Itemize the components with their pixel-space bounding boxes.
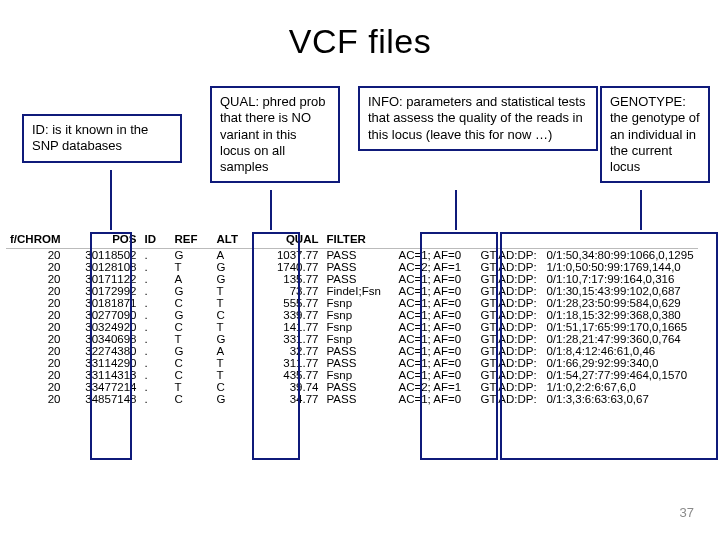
table-cell: GT:AD:DP: bbox=[476, 357, 542, 369]
th-alt: ALT bbox=[212, 232, 254, 249]
th-info bbox=[394, 232, 476, 249]
vcf-table: f/CHROM POS ID REF ALT QUAL FILTER 20301… bbox=[6, 232, 698, 405]
table-cell: AC=1; AF=0 bbox=[394, 321, 476, 333]
table-cell: 135.77 bbox=[254, 273, 322, 285]
th-pos: POS bbox=[66, 232, 140, 249]
table-cell: A bbox=[212, 345, 254, 357]
table-cell: 1/1:0,50:50:99:1769,144,0 bbox=[542, 261, 697, 273]
table-cell: G bbox=[170, 285, 212, 297]
table-cell: A bbox=[212, 249, 254, 262]
table-cell: 555.77 bbox=[254, 297, 322, 309]
table-cell: 1/1:0,2:2:6:67,6,0 bbox=[542, 381, 697, 393]
table-cell: 30118502 bbox=[66, 249, 140, 262]
table-cell: 30172992 bbox=[66, 285, 140, 297]
table-cell: T bbox=[212, 297, 254, 309]
table-cell: A bbox=[170, 273, 212, 285]
table-row: 2033114313.CT435.77FsnpAC=1; AF=0GT:AD:D… bbox=[6, 369, 698, 381]
table-cell: . bbox=[140, 333, 170, 345]
table-row: 2033114290.CT311.77PASSAC=1; AF=0GT:AD:D… bbox=[6, 357, 698, 369]
table-row: 2030340698.TG331.77FsnpAC=1; AF=0GT:AD:D… bbox=[6, 333, 698, 345]
table-cell: . bbox=[140, 273, 170, 285]
table-cell: . bbox=[140, 381, 170, 393]
table-cell: PASS bbox=[322, 381, 394, 393]
leader-line-info bbox=[455, 190, 457, 230]
table-cell: PASS bbox=[322, 261, 394, 273]
vcf-table-wrap: f/CHROM POS ID REF ALT QUAL FILTER 20301… bbox=[6, 232, 720, 405]
table-cell: C bbox=[212, 309, 254, 321]
table-row: 2030181871.CT555.77FsnpAC=1; AF=0GT:AD:D… bbox=[6, 297, 698, 309]
table-cell: AC=1; AF=0 bbox=[394, 345, 476, 357]
table-cell: 32274380 bbox=[66, 345, 140, 357]
table-cell: . bbox=[140, 261, 170, 273]
table-cell: . bbox=[140, 249, 170, 262]
table-cell: G bbox=[212, 261, 254, 273]
table-cell: 30181871 bbox=[66, 297, 140, 309]
table-cell: AC=1; AF=0 bbox=[394, 285, 476, 297]
table-cell: 0/1:8,4:12:46:61,0,46 bbox=[542, 345, 697, 357]
table-cell: . bbox=[140, 297, 170, 309]
table-cell: GT:AD:DP: bbox=[476, 285, 542, 297]
table-cell: 20 bbox=[6, 321, 66, 333]
table-cell: AC=1; AF=0 bbox=[394, 333, 476, 345]
table-cell: AC=1; AF=0 bbox=[394, 297, 476, 309]
table-cell: 30277090 bbox=[66, 309, 140, 321]
table-cell: AC=2; AF=1 bbox=[394, 381, 476, 393]
table-cell: AC=2; AF=1 bbox=[394, 261, 476, 273]
table-cell: 34.77 bbox=[254, 393, 322, 405]
table-cell: 20 bbox=[6, 249, 66, 262]
table-header-row: f/CHROM POS ID REF ALT QUAL FILTER bbox=[6, 232, 698, 249]
table-cell: G bbox=[170, 249, 212, 262]
table-cell: 1740.77 bbox=[254, 261, 322, 273]
table-cell: 34857148 bbox=[66, 393, 140, 405]
table-cell: GT:AD:DP: bbox=[476, 333, 542, 345]
table-cell: T bbox=[212, 321, 254, 333]
table-row: 2030171122.AG135.77PASSAC=1; AF=0GT:AD:D… bbox=[6, 273, 698, 285]
table-cell: 0/1:50,34:80:99:1066,0,1295 bbox=[542, 249, 697, 262]
table-cell: . bbox=[140, 309, 170, 321]
table-cell: 0/1:54,27:77:99:464,0,1570 bbox=[542, 369, 697, 381]
table-cell: 33114313 bbox=[66, 369, 140, 381]
table-cell: GT:AD:DP: bbox=[476, 297, 542, 309]
table-cell: 32.77 bbox=[254, 345, 322, 357]
callout-qual: QUAL: phred prob that there is NO varian… bbox=[210, 86, 340, 183]
table-row: 2033477214.TC39.74PASSAC=2; AF=1GT:AD:DP… bbox=[6, 381, 698, 393]
table-cell: 331.77 bbox=[254, 333, 322, 345]
table-row: 2032274380.GA32.77PASSAC=1; AF=0GT:AD:DP… bbox=[6, 345, 698, 357]
leader-line-id bbox=[110, 170, 112, 230]
table-cell: . bbox=[140, 357, 170, 369]
table-cell: 0/1:30,15:43:99:102,0,687 bbox=[542, 285, 697, 297]
table-cell: . bbox=[140, 345, 170, 357]
table-cell: 0/1:28,23:50:99:584,0,629 bbox=[542, 297, 697, 309]
table-cell: T bbox=[212, 285, 254, 297]
table-cell: PASS bbox=[322, 357, 394, 369]
table-cell: G bbox=[212, 273, 254, 285]
th-id: ID bbox=[140, 232, 170, 249]
table-cell: . bbox=[140, 285, 170, 297]
table-cell: T bbox=[170, 333, 212, 345]
table-cell: 20 bbox=[6, 345, 66, 357]
leader-line-qual bbox=[270, 190, 272, 230]
table-cell: 141.77 bbox=[254, 321, 322, 333]
th-filter: FILTER bbox=[322, 232, 394, 249]
table-cell: GT:AD:DP: bbox=[476, 261, 542, 273]
table-cell: 0/1:51,17:65:99:170,0,1665 bbox=[542, 321, 697, 333]
table-cell: 20 bbox=[6, 297, 66, 309]
table-cell: 0/1:10,7:17:99:164,0,316 bbox=[542, 273, 697, 285]
table-cell: 39.74 bbox=[254, 381, 322, 393]
table-cell: T bbox=[170, 261, 212, 273]
table-cell: GT:AD:DP: bbox=[476, 321, 542, 333]
table-cell: PASS bbox=[322, 345, 394, 357]
th-sample bbox=[542, 232, 697, 249]
table-cell: 20 bbox=[6, 357, 66, 369]
leader-line-geno bbox=[640, 190, 642, 230]
th-chrom: f/CHROM bbox=[6, 232, 66, 249]
table-cell: AC=1; AF=0 bbox=[394, 369, 476, 381]
table-cell: T bbox=[170, 381, 212, 393]
table-cell: 30324920 bbox=[66, 321, 140, 333]
table-cell: GT:AD:DP: bbox=[476, 345, 542, 357]
table-cell: 20 bbox=[6, 369, 66, 381]
table-cell: C bbox=[170, 297, 212, 309]
table-cell: 0/1:18,15:32:99:368,0,380 bbox=[542, 309, 697, 321]
table-cell: PASS bbox=[322, 273, 394, 285]
th-ref: REF bbox=[170, 232, 212, 249]
